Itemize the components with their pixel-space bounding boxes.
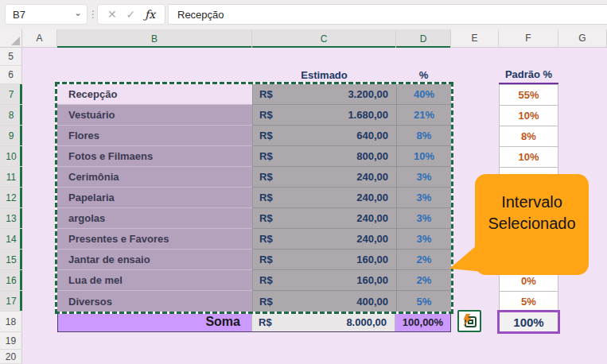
- cell-estimated[interactable]: R$ 3.200,00: [252, 84, 396, 105]
- callout-line-1: Intervalo: [475, 192, 589, 213]
- cell-padrao-percent[interactable]: 10%: [500, 106, 558, 126]
- cell-value: 160,00: [356, 254, 388, 265]
- total-label-cell[interactable]: Soma: [58, 312, 251, 331]
- confirm-icon[interactable]: ✓: [126, 8, 135, 21]
- cell-category[interactable]: Recepção: [57, 84, 252, 105]
- table-row: Presentes e Favores R$ 240,00 3%: [57, 229, 451, 250]
- cell-category[interactable]: Fotos e Filmaens: [57, 146, 252, 167]
- cell-value: 240,00: [356, 212, 388, 224]
- column-header[interactable]: B: [57, 29, 252, 48]
- cell-percent[interactable]: 40%: [396, 84, 451, 105]
- formula-input[interactable]: Recepção: [168, 4, 607, 25]
- row-header[interactable]: 17: [0, 291, 22, 312]
- cell-category[interactable]: Diversos: [57, 291, 252, 312]
- name-box-value: B7: [13, 9, 74, 21]
- table-row: Diversos R$ 400,00 5%: [57, 291, 451, 312]
- select-all-corner[interactable]: [0, 29, 22, 48]
- column-header[interactable]: C: [252, 29, 396, 48]
- chevron-down-icon[interactable]: ⌄: [74, 8, 82, 17]
- row-header[interactable]: 15: [0, 250, 22, 270]
- header-estimado[interactable]: Estimado: [252, 66, 396, 84]
- row-header[interactable]: 8: [0, 105, 22, 126]
- total-row[interactable]: Soma R$ 8.000,00 100,00%: [57, 312, 451, 332]
- row-header[interactable]: 20: [0, 350, 22, 364]
- row-header[interactable]: 11: [0, 167, 22, 188]
- callout-shape[interactable]: Intervalo Selecionado: [427, 171, 607, 278]
- currency-symbol: R$: [259, 316, 272, 328]
- formula-bar-area: B7 ⌄ ⋮ ✕ ✓ ƒx Recepção: [0, 0, 607, 29]
- row-header[interactable]: 7: [0, 84, 22, 105]
- cell-value: 400,00: [356, 296, 388, 308]
- cell-percent[interactable]: 5%: [396, 291, 451, 312]
- cell-percent[interactable]: 8%: [396, 126, 451, 146]
- row-header[interactable]: 18: [0, 312, 22, 332]
- column-header[interactable]: F: [499, 29, 558, 48]
- column-header[interactable]: E: [451, 29, 499, 48]
- cell-estimated[interactable]: R$ 240,00: [252, 229, 396, 250]
- row-header[interactable]: 12: [0, 188, 22, 208]
- worksheet-grid[interactable]: Estimado % Padrão % Recepção R$ 3.200,00…: [22, 48, 607, 364]
- row-header[interactable]: 9: [0, 126, 22, 146]
- header-percent[interactable]: %: [396, 66, 451, 84]
- currency-symbol: R$: [259, 274, 273, 286]
- row-header[interactable]: 19: [0, 332, 22, 350]
- cell-estimated[interactable]: R$ 160,00: [252, 270, 396, 291]
- row-header[interactable]: 10: [0, 146, 22, 167]
- cell-estimated[interactable]: R$ 400,00: [252, 291, 396, 312]
- total-percent-cell[interactable]: 100,00%: [395, 312, 450, 331]
- cell-estimated[interactable]: R$ 240,00: [252, 167, 396, 188]
- currency-symbol: R$: [259, 88, 273, 100]
- table-row: Jantar de ensaio R$ 160,00 2%: [57, 250, 451, 270]
- row-header[interactable]: 6: [0, 66, 22, 84]
- row-header[interactable]: 5: [0, 48, 22, 66]
- cell-estimated[interactable]: R$ 240,00: [252, 188, 396, 208]
- table-rows: Recepção R$ 3.200,00 40% Vestuário R$ 1.…: [57, 84, 451, 312]
- cell-category[interactable]: Lua de mel: [57, 270, 252, 291]
- row-header[interactable]: 13: [0, 208, 22, 229]
- cell-value: 240,00: [356, 233, 388, 245]
- table-row: Flores R$ 640,00 8%: [57, 126, 451, 146]
- cell-category[interactable]: Vestuário: [57, 105, 252, 126]
- formula-text: Recepção: [177, 9, 224, 21]
- quick-analysis-button[interactable]: [457, 310, 481, 332]
- table-row: Vestuário R$ 1.680,00 21%: [57, 105, 451, 126]
- cell-category[interactable]: Flores: [57, 126, 252, 146]
- cell-category[interactable]: Jantar de ensaio: [57, 250, 252, 270]
- cell-padrao-percent[interactable]: 55%: [500, 85, 558, 106]
- cell-estimated[interactable]: R$ 160,00: [252, 250, 396, 270]
- column-header[interactable]: A: [22, 29, 57, 48]
- cell-estimated[interactable]: R$ 1.680,00: [252, 105, 396, 126]
- currency-symbol: R$: [259, 296, 273, 308]
- quick-analysis-icon: [461, 314, 477, 328]
- cell-estimated[interactable]: R$ 640,00: [252, 126, 396, 146]
- row-header[interactable]: 14: [0, 229, 22, 250]
- cell-category[interactable]: Presentes e Favores: [57, 229, 252, 250]
- column-header[interactable]: G: [558, 29, 607, 48]
- cell-category[interactable]: argolas: [57, 208, 252, 229]
- callout-line-2: Selecionado: [475, 213, 589, 234]
- cell-padrao-percent[interactable]: 10%: [500, 147, 558, 168]
- table-row: Papelaria R$ 240,00 3%: [57, 188, 451, 208]
- currency-symbol: R$: [259, 254, 273, 265]
- cell-category[interactable]: Cerimônia: [57, 167, 252, 188]
- spreadsheet-window: B7 ⌄ ⋮ ✕ ✓ ƒx Recepção A B C D E F G 5 6…: [0, 0, 607, 364]
- currency-symbol: R$: [259, 212, 273, 224]
- row-header[interactable]: 16: [0, 270, 22, 291]
- currency-symbol: R$: [259, 150, 273, 162]
- name-box[interactable]: B7 ⌄: [5, 4, 88, 25]
- currency-symbol: R$: [259, 171, 273, 183]
- cancel-icon[interactable]: ✕: [107, 8, 117, 21]
- currency-symbol: R$: [259, 109, 273, 121]
- cell-estimated[interactable]: R$ 240,00: [252, 208, 396, 229]
- padrao-total-cell[interactable]: 100%: [497, 310, 560, 334]
- column-header[interactable]: D: [396, 29, 451, 48]
- cell-percent[interactable]: 10%: [396, 146, 451, 167]
- insert-function-icon[interactable]: ƒx: [145, 8, 155, 21]
- header-padrao[interactable]: Padrão %: [499, 66, 558, 84]
- cell-percent[interactable]: 21%: [396, 105, 451, 126]
- total-estimated-cell[interactable]: R$ 8.000,00: [251, 312, 395, 331]
- cell-estimated[interactable]: R$ 800,00: [252, 146, 396, 167]
- cell-category[interactable]: Papelaria: [57, 188, 252, 208]
- cell-value: 800,00: [356, 150, 388, 162]
- cell-padrao-percent[interactable]: 8%: [500, 126, 558, 147]
